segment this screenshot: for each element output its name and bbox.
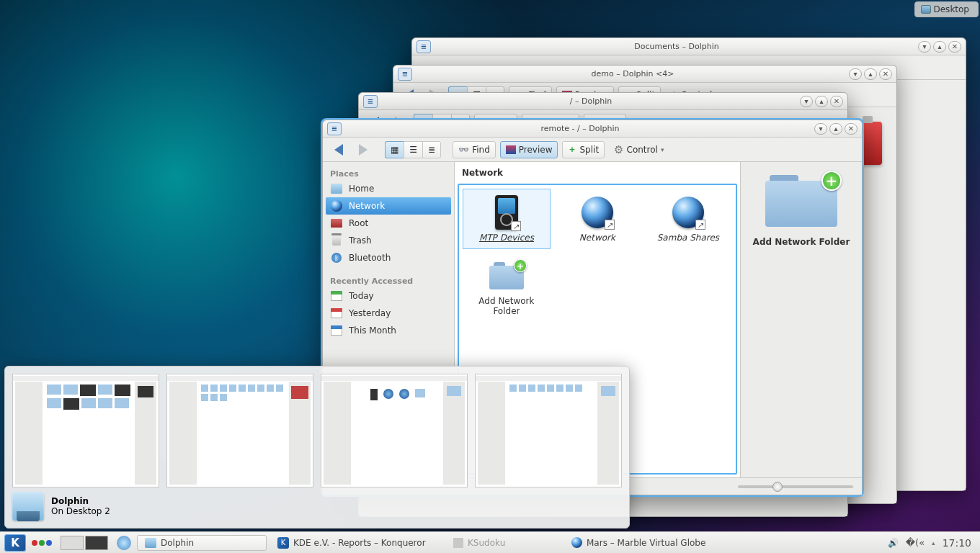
desktop-widget-button[interactable]: Desktop (914, 1, 979, 17)
close-button[interactable]: ✕ (948, 41, 961, 53)
activity-dot (32, 540, 37, 546)
titlebar[interactable]: ≡ Documents – Dolphin ▾ ▴ ✕ (412, 38, 966, 55)
volume-icon[interactable]: 🔊 (888, 538, 899, 548)
root-folder-icon (330, 217, 343, 229)
titlebar[interactable]: ≡ remote - / – Dolphin ▾ ▴ ✕ (323, 120, 862, 138)
sidebar-item-root[interactable]: Root (326, 215, 451, 232)
task-dolphin[interactable]: Dolphin (137, 535, 267, 551)
kickoff-menu-button[interactable]: K (4, 534, 26, 552)
sidebar-item-thismonth[interactable]: This Month (326, 322, 451, 339)
activity-switcher[interactable] (29, 540, 55, 546)
task-ksudoku[interactable]: KSudoku (445, 535, 561, 551)
minimize-button[interactable]: ▾ (849, 68, 862, 80)
minimize-button[interactable]: ▾ (918, 41, 931, 53)
find-label: Find (472, 145, 490, 155)
system-tray: 🔊 �(« ▴ 17:10 (883, 537, 976, 549)
item-mtp-devices[interactable]: ↗ MTP Devices (463, 189, 550, 248)
sidebar-item-bluetooth[interactable]: ᛒBluetooth (326, 249, 451, 266)
preview-icon (506, 145, 516, 154)
close-button[interactable]: ✕ (845, 123, 858, 135)
toolbar: ▦ ☰ ≣ 👓Find Preview ＋Split ⚙Control ▾ (323, 138, 862, 162)
binoculars-icon: 👓 (458, 145, 469, 155)
window-title: remote - / – Dolphin (346, 124, 814, 133)
sidebar-item-home[interactable]: Home (326, 180, 451, 197)
view-details-button[interactable]: ≣ (422, 141, 441, 158)
places-header: Places (326, 166, 451, 180)
sidebar-item-yesterday[interactable]: Yesterday (326, 305, 451, 322)
maximize-button[interactable]: ▴ (829, 123, 842, 135)
app-icon: ≡ (327, 122, 342, 135)
mtp-device-icon: ↗ (489, 195, 524, 230)
globe-icon: ↗ (580, 195, 615, 230)
plus-icon: ＋ (568, 143, 576, 156)
tooltip-app-name: Dolphin (51, 496, 110, 506)
item-network[interactable]: ↗ Network (554, 189, 641, 248)
window-thumbnail[interactable] (321, 374, 468, 487)
bluetooth-icon: ᛒ (330, 252, 343, 264)
app-icon: ≡ (363, 95, 378, 108)
calendar-icon (330, 307, 343, 319)
preview-label: Preview (519, 145, 553, 155)
desktop-1[interactable] (61, 536, 84, 550)
window-thumbnail[interactable] (475, 374, 622, 487)
clock[interactable]: 17:10 (943, 537, 971, 549)
control-label: Control (627, 145, 658, 155)
sidebar-item-today[interactable]: Today (326, 287, 451, 305)
activity-dot (46, 540, 52, 546)
back-button[interactable] (329, 140, 349, 159)
maximize-button[interactable]: ▴ (933, 41, 946, 53)
close-button[interactable]: ✕ (830, 96, 843, 107)
chevron-down-icon: ▾ (661, 146, 664, 153)
marble-icon (571, 537, 582, 548)
app-icon: ≡ (416, 40, 431, 53)
maximize-button[interactable]: ▴ (864, 68, 877, 80)
item-samba-shares[interactable]: ↗ Samba Shares (645, 189, 731, 248)
desktop-2[interactable] (85, 536, 108, 550)
dolphin-icon (145, 538, 156, 548)
preview-button[interactable]: Preview (500, 141, 558, 158)
add-folder-icon: + (489, 258, 524, 293)
split-button[interactable]: ＋Split (562, 141, 605, 158)
add-folder-icon-large: + (765, 175, 837, 227)
tooltip-subtitle: On Desktop 2 (51, 506, 110, 516)
home-icon (330, 183, 343, 194)
sidebar-item-network[interactable]: Network (326, 197, 451, 215)
task-preview-tooltip: Dolphin On Desktop 2 (4, 366, 630, 529)
taskbar-panel: K Dolphin K KDE e.V. - Reports – Konquer… (0, 531, 980, 553)
zoom-slider[interactable] (738, 485, 853, 488)
tray-expand-icon[interactable]: ▴ (932, 539, 935, 547)
find-button[interactable]: 👓Find (453, 141, 496, 158)
view-icons-button[interactable]: ▦ (385, 141, 404, 158)
titlebar[interactable]: ≡ demo – Dolphin <4> ▾ ▴ ✕ (393, 66, 896, 83)
titlebar[interactable]: ≡ / – Dolphin ▾ ▴ ✕ (359, 93, 847, 110)
konqueror-icon: K (277, 537, 289, 549)
close-button[interactable]: ✕ (879, 68, 892, 80)
task-konqueror[interactable]: K KDE e.V. - Reports – Konqueror (270, 535, 442, 551)
location-label: Network (455, 162, 740, 181)
item-add-network-folder[interactable]: + Add Network Folder (463, 253, 550, 322)
app-icon: ≡ (398, 68, 412, 81)
maximize-button[interactable]: ▴ (815, 96, 828, 107)
calendar-icon (330, 290, 343, 302)
desktop-widget-label: Desktop (934, 4, 970, 14)
gear-icon: ⚙ (614, 143, 623, 156)
minimize-button[interactable]: ▾ (814, 123, 827, 135)
control-button[interactable]: ⚙Control ▾ (609, 141, 669, 158)
sidebar-item-trash[interactable]: Trash (326, 232, 451, 249)
window-title: / – Dolphin (382, 96, 800, 106)
window-thumbnail[interactable] (166, 374, 313, 487)
pager[interactable] (58, 536, 111, 550)
task-marble[interactable]: Mars – Marble Virtual Globe (564, 535, 715, 551)
show-desktop-icon[interactable] (117, 536, 131, 550)
view-mode-group: ▦ ☰ ≣ (385, 141, 441, 158)
information-panel: + Add Network Folder (740, 162, 862, 477)
network-icon[interactable]: �(« (906, 537, 925, 548)
window-thumbnail[interactable] (12, 374, 159, 487)
globe-icon: ↗ (671, 195, 705, 230)
view-compact-button[interactable]: ☰ (404, 141, 422, 158)
minimize-button[interactable]: ▾ (800, 96, 813, 107)
forward-button[interactable] (353, 140, 373, 159)
information-panel-label: Add Network Folder (753, 237, 850, 247)
trash-icon (330, 235, 343, 246)
activity-dot (39, 540, 45, 546)
